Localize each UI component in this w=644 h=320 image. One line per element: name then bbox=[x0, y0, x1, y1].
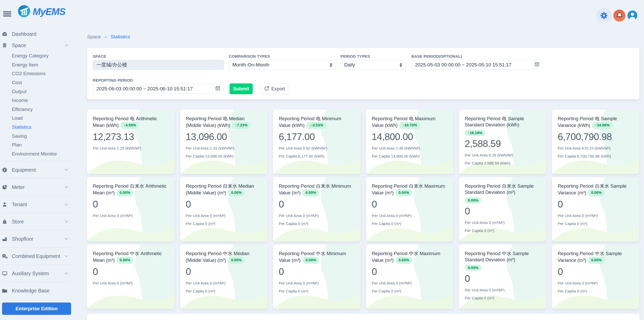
statistics-cards-grid: Reporting Period 电 Arithmetic Mean (kWh)… bbox=[87, 110, 639, 309]
stat-card-detail-line: Per Capita 0 (m³) bbox=[558, 289, 634, 293]
stat-card-detail-line: Per Capita 0 (m³) bbox=[186, 289, 262, 293]
space-label: SPACE bbox=[93, 54, 106, 58]
stat-card: Reporting Period 电 Sample Standard Devia… bbox=[459, 110, 546, 174]
stat-card-value: 2,588.59 bbox=[465, 139, 541, 149]
stat-card-detail-line: Per Unit Area 0 (m³/M²) bbox=[186, 213, 262, 218]
brand-title: MyEMS bbox=[33, 6, 65, 17]
stat-card-detail-line: Per Capita 0 (m³) bbox=[465, 296, 541, 300]
sidebar-item-output[interactable]: Output bbox=[2, 87, 71, 96]
trend-badge: ↑34.98% bbox=[592, 122, 613, 129]
comparison-types-select[interactable]: Month-On-Month bbox=[229, 60, 336, 70]
sidebar-item-load[interactable]: Load bbox=[2, 114, 71, 123]
sidebar-item-plan[interactable]: Plan bbox=[2, 141, 71, 150]
trend-badge: 0.00% bbox=[465, 197, 481, 203]
trend-badge: ↑16.18% bbox=[465, 130, 485, 136]
stat-card-detail-line: Per Unit Area 0 (m³/M²) bbox=[93, 213, 169, 218]
stat-card-detail-line: Per Capita 0 (m³) bbox=[372, 289, 448, 293]
stat-card-title: Reporting Period 自来水 Sample Standard Dev… bbox=[465, 183, 541, 196]
stat-card-content: Reporting Period 自来水 Sample Variance (m³… bbox=[558, 183, 634, 226]
trend-badge: ↓-3.53% bbox=[306, 122, 326, 129]
stat-card: Reporting Period 自来水 Sample Variance (m³… bbox=[552, 177, 639, 241]
comparison-types-label: COMPARISON TYPES bbox=[229, 54, 270, 58]
sidebar-item-store[interactable]: Store bbox=[2, 216, 71, 227]
stat-card-detail-line: Per Capita 6,700,790.98 (kWh) bbox=[558, 154, 634, 158]
sidebar-item-statistics[interactable]: Statistics bbox=[2, 123, 71, 132]
base-period-label: BASE PERIOD(OPTIONAL) bbox=[411, 54, 462, 58]
trend-badge: ↑4.58% bbox=[121, 122, 139, 129]
reporting-period-input[interactable]: 2025-06-03 00:00:00 ~ 2025-06-10 15:51:1… bbox=[93, 84, 224, 94]
trend-badge: 0.00% bbox=[588, 257, 605, 264]
chevron-down-icon bbox=[65, 271, 68, 274]
base-period-input[interactable]: 2025-05-03 00:00:00 ~ 2025-05-10 15:51:1… bbox=[411, 60, 543, 70]
stat-card-content: Reporting Period 中水 Minimum Value (m³)0.… bbox=[279, 250, 355, 293]
stat-card-title: Reporting Period 电 Sample Variance (kWh)… bbox=[558, 116, 634, 129]
stat-card-value: 0 bbox=[93, 266, 169, 277]
sidebar-item-saving[interactable]: Saving bbox=[2, 132, 71, 141]
enterprise-edition-button[interactable]: Enterprise Edition bbox=[2, 302, 71, 315]
stat-card-value: 0 bbox=[93, 199, 169, 210]
stat-card-detail-line: Per Unit Area 0.62 (kWh/M²) bbox=[279, 146, 355, 150]
stat-card: Reporting Period 中水 Minimum Value (m³)0.… bbox=[273, 245, 360, 309]
sidebar-item-cost[interactable]: Cost bbox=[2, 78, 71, 87]
brand-logo[interactable]: MyEMS bbox=[18, 5, 65, 18]
stat-card-detail-line: Per Capita 0 (m³) bbox=[186, 221, 262, 226]
trend-badge: 0.00% bbox=[228, 257, 245, 264]
sidebar-item-dashboard[interactable]: Dashboard bbox=[2, 28, 71, 40]
sidebar-item-energy-category[interactable]: Energy Category bbox=[2, 51, 71, 60]
bag-icon bbox=[2, 219, 10, 224]
gear-icon bbox=[2, 167, 10, 172]
sidebar-item-shopfloor[interactable]: Shopfloor bbox=[2, 233, 71, 245]
sidebar-item-meter[interactable]: Meter bbox=[2, 181, 71, 193]
stat-card-value: 0 bbox=[465, 273, 541, 284]
space-input[interactable]: 一度城/办公楼 bbox=[93, 60, 224, 70]
stat-card-title: Reporting Period 电 Maximum Value (kWh)↑1… bbox=[372, 116, 448, 129]
export-button-label: Export bbox=[271, 86, 285, 92]
stat-card-detail-line: Per Unit Area 1.23 (kWh/M²) bbox=[93, 146, 169, 150]
stat-card-title: Reporting Period 中水 Minimum Value (m³)0.… bbox=[279, 250, 355, 264]
sidebar-item-space[interactable]: Space bbox=[2, 40, 71, 51]
sidebar-item-label: Store bbox=[12, 219, 24, 225]
submit-button[interactable]: Submit bbox=[230, 83, 253, 94]
sidebar-item-equipment[interactable]: Equipment bbox=[2, 164, 71, 176]
sidebar-item-environment-monitor[interactable]: Environment Monitor bbox=[2, 150, 71, 159]
period-types-select[interactable]: Daily bbox=[341, 60, 406, 70]
stat-card-detail-line: Per Capita 0 (m³) bbox=[465, 228, 541, 233]
sidebar-item-efficiency[interactable]: Efficiency bbox=[2, 105, 71, 114]
stat-card-value: 0 bbox=[372, 199, 448, 210]
chevron-down-icon bbox=[65, 219, 68, 223]
stat-card-detail-line: Per Unit Area 0 (m³/M²) bbox=[279, 213, 355, 218]
sidebar-item-label: Space bbox=[12, 42, 26, 48]
chevron-down-icon bbox=[65, 254, 68, 257]
filter-panel: SPACE 一度城/办公楼 COMPARISON TYPES Month-On-… bbox=[87, 48, 639, 99]
breadcrumb: Space » Statistics bbox=[87, 34, 639, 40]
stat-card-content: Reporting Period 自来水 Minimum Value (m³)0… bbox=[279, 183, 355, 226]
menu-icon[interactable] bbox=[3, 11, 11, 17]
stat-card: Reporting Period 自来水 Minimum Value (m³)0… bbox=[273, 177, 360, 241]
stat-card: Reporting Period 中水 Maximum Value (m³)0.… bbox=[366, 245, 453, 309]
stat-card: Reporting Period 电 Arithmetic Mean (kWh)… bbox=[87, 110, 174, 174]
next-section-panel bbox=[87, 314, 639, 320]
period-types-label: PERIOD TYPES bbox=[341, 54, 370, 58]
trend-badge: 0.00% bbox=[116, 189, 133, 196]
export-button[interactable]: Export bbox=[260, 83, 289, 94]
trend-badge: 0.00% bbox=[395, 189, 412, 196]
building-icon bbox=[2, 43, 10, 48]
sidebar-item-combined-equipment[interactable]: Combined Equipment bbox=[2, 250, 71, 262]
stat-card-value: 13,096.00 bbox=[186, 132, 262, 142]
dashboard-icon bbox=[2, 31, 10, 37]
stat-card: Reporting Period 电 Minimum Value (kWh)↓-… bbox=[273, 110, 360, 174]
stat-card: Reporting Period 电 Sample Variance (kWh)… bbox=[552, 110, 639, 174]
trend-badge: 0.00% bbox=[588, 189, 605, 196]
sidebar-item-knowledge-base[interactable]: Knowledge Base bbox=[2, 285, 71, 296]
stat-card-detail-line: Per Unit Area 1.48 (kWh/M²) bbox=[372, 146, 448, 150]
sidebar-item-tenant[interactable]: Tenant bbox=[2, 199, 71, 210]
period-types-value: Daily bbox=[344, 62, 355, 68]
sidebar-item-energy-item[interactable]: Energy Item bbox=[2, 60, 71, 70]
sidebar-item-co2-emissions[interactable]: CO2 Emissions bbox=[2, 69, 71, 78]
gears-icon bbox=[2, 254, 10, 259]
sidebar-item-auxiliary-system[interactable]: Auxiliary System bbox=[2, 268, 71, 279]
stat-card-content: Reporting Period 电 Arithmetic Mean (kWh)… bbox=[93, 116, 169, 150]
trend-badge-row: ↑16.18% bbox=[465, 128, 541, 136]
breadcrumb-space-link[interactable]: Space bbox=[87, 34, 101, 39]
sidebar-item-income[interactable]: Income bbox=[2, 96, 71, 105]
